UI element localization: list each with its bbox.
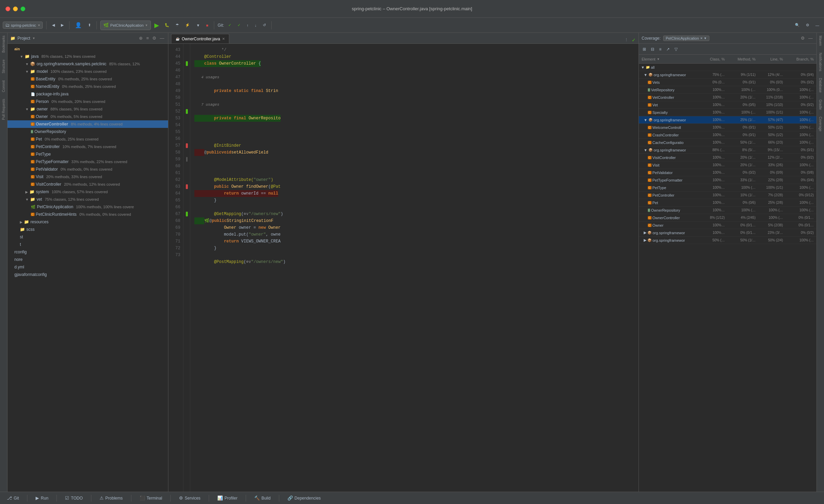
code-editor[interactable]: */ @Controller class OwnerController { 4… <box>190 44 639 492</box>
status-git[interactable]: ⎇ Git <box>4 494 22 502</box>
tree-item-visit[interactable]: C Visit 20% methods, 33% lines covered <box>8 173 168 181</box>
cov-row-crash-ctrl[interactable]: C CrashController 100%… 0% (0/1) 50% (1/… <box>639 131 816 139</box>
cov-row-cache-config[interactable]: C CacheConfiguratio 100%… 50% (1/… 66% (… <box>639 139 816 146</box>
cov-row-pet-ctrl[interactable]: C PetController 100%… 10% (1/… 7% (2/28)… <box>639 191 816 199</box>
tree-item-model[interactable]: ▼ 📁 model 100% classes, 23% lines covere… <box>8 68 168 75</box>
cov-row-org3[interactable]: ▼ 📦 org.springframewor 88% (… 8% (5/… 9%… <box>639 146 816 154</box>
status-build[interactable]: 🔨 Build <box>252 494 273 502</box>
status-profiler[interactable]: 📊 Profiler <box>215 494 240 502</box>
tree-item-package-info[interactable]: 📄 package-info.java <box>8 90 168 98</box>
tree-item-resources[interactable]: ▶ 📁 resources <box>8 218 168 226</box>
run-button[interactable]: ▶ <box>153 21 160 30</box>
cov-row-all[interactable]: ▼ 📁 all <box>639 64 816 71</box>
coverage-side-label[interactable]: Coverage <box>819 117 822 131</box>
cov-row-owner-ctrl[interactable]: C OwnerController 8% (1/12) 4% (2/45) 10… <box>639 214 816 222</box>
back-button[interactable]: ◀ <box>50 22 57 29</box>
editor-more-btn[interactable]: ⋮ <box>622 36 630 43</box>
editor-tab-owner-controller[interactable]: ☕ OwnerController.java ✕ <box>171 34 229 43</box>
panel-locate-btn[interactable]: ⊕ <box>138 35 144 41</box>
cov-row-pet[interactable]: C Pet 100%… 0% (0/6) 25% (2/8) 100% (… <box>639 199 816 207</box>
cov-row-pet-type-fmt[interactable]: C PetTypeFormatter 100%… 33% (1/… 22% (2… <box>639 176 816 184</box>
close-button[interactable] <box>5 6 10 11</box>
pull-requests-label[interactable]: Pull Requests <box>2 99 5 120</box>
tree-item-gjavaformat[interactable]: gjavaformatconfig <box>8 271 168 278</box>
cov-row-owner-repo[interactable]: I OwnerRepository 100%… 100% (… 100% (… … <box>639 207 816 214</box>
cov-row-visit-ctrl[interactable]: C VisitController 100%… 20% (1/… 12% (2/… <box>639 154 816 161</box>
cov-collapse-all-btn[interactable]: ⊟ <box>649 46 656 53</box>
coverage-expand-btn[interactable]: ⚙ <box>800 35 806 41</box>
git-push[interactable]: ↑ <box>245 22 251 29</box>
tree-item-pet-controller[interactable]: C PetController 10% methods, 7% lines co… <box>8 143 168 150</box>
stop-button[interactable]: ■ <box>204 22 210 29</box>
tree-item-nore[interactable]: nore <box>8 256 168 263</box>
tree-item-owner-repository[interactable]: I OwnerRepository <box>8 128 168 135</box>
coverage-config-selector[interactable]: PetClinicApplication ✕ ▼ <box>663 36 709 41</box>
tree-item-main[interactable]: ain <box>8 45 168 53</box>
nav-button[interactable]: ⬆ <box>86 22 93 29</box>
cov-export-btn[interactable]: ↗ <box>665 46 671 53</box>
tree-item-named-entity[interactable]: C NamedEntity 0% methods, 25% lines cove… <box>8 83 168 90</box>
structure-label[interactable]: Structure <box>2 59 5 74</box>
cov-expand-all-btn[interactable]: ⊞ <box>641 46 648 53</box>
cov-row-welcome-ctrl[interactable]: C WelcomeControll 100%… 0% (0/1) 50% (1/… <box>639 124 816 131</box>
tree-item-pet-type[interactable]: C PetType <box>8 150 168 158</box>
tree-item-pet[interactable]: C Pet 0% methods, 25% lines covered <box>8 135 168 143</box>
tree-item-rconfig[interactable]: rconfig <box>8 248 168 256</box>
tree-item-java[interactable]: ▼ 📁 java 85% classes, 12% lines covered <box>8 53 168 60</box>
tree-item-st[interactable]: st <box>8 233 168 241</box>
more-run-button[interactable]: ▼ <box>194 22 202 29</box>
cov-row-vet-ctrl[interactable]: C VetController 100%… 20% (1/… 11% (2/18… <box>639 94 816 101</box>
debug-button[interactable]: 🐛 <box>163 22 171 29</box>
bookmarks-label[interactable]: Bookmarks <box>2 36 5 53</box>
tree-item-scss[interactable]: 📁 scss <box>8 226 168 233</box>
database-label[interactable]: Database <box>819 78 822 93</box>
cov-row-org5[interactable]: ▶ 📦 org.springframewor 50% (… 50% (1/… 5… <box>639 237 816 244</box>
cov-row-pet-type[interactable]: C PetType 100%… 100% (… 100% (1/1) 100% … <box>639 184 816 191</box>
git-pull[interactable]: ↓ <box>253 22 259 29</box>
project-selector[interactable]: 🗂 spring-petclinic ▼ <box>3 22 43 29</box>
status-terminal[interactable]: ⬛ Terminal <box>137 494 165 502</box>
tree-item-org[interactable]: ▼ 📦 org.springframework.samples.petclini… <box>8 60 168 68</box>
cov-row-org1[interactable]: ▼ 📦 org.springframewor 75% (… 9% (1/11) … <box>639 71 816 79</box>
minimize-button[interactable] <box>13 6 18 11</box>
cov-filter-btn[interactable]: ▽ <box>673 46 679 53</box>
cov-row-org4[interactable]: ▶ 📦 org.springframewor 100%… 0% (0/1… 23… <box>639 229 816 237</box>
cov-flatten-btn[interactable]: ≡ <box>657 46 663 53</box>
cov-row-vets[interactable]: C Vets 0% (0… 0% (0/1) 0% (0/3) 0% (0/2) <box>639 79 816 86</box>
settings-button[interactable]: ⚙ <box>804 22 811 29</box>
col-element-header[interactable]: Element ▼ <box>639 57 697 61</box>
tree-item-t[interactable]: t <box>8 241 168 248</box>
coverage-button[interactable]: ☂ <box>173 22 181 29</box>
panel-settings-btn[interactable]: ⚙ <box>151 35 157 41</box>
tree-item-base-entity[interactable]: C BaseEntity 0% methods, 25% lines cover… <box>8 75 168 83</box>
tree-item-vet[interactable]: ▼ 📁 vet 75% classes, 12% lines covered <box>8 196 168 203</box>
gradle-label[interactable]: Gradle <box>819 100 822 110</box>
cov-row-vet[interactable]: C Vet 100%… 0% (0/5) 10% (1/10) 0% (0/2) <box>639 101 816 109</box>
cov-row-owner[interactable]: C Owner 100%… 0% (0/1… 5% (2/38) 0% (0/1… <box>639 222 816 229</box>
panel-close-btn[interactable]: — <box>159 35 165 41</box>
cov-row-pet-validator[interactable]: C PetValidator 100%… 0% (0/2) 0% (0/9) 0… <box>639 169 816 176</box>
tree-item-dyml[interactable]: d.yml <box>8 263 168 271</box>
tab-close-btn[interactable]: ✕ <box>222 37 225 41</box>
cov-row-specialty[interactable]: C Specialty 100%… 100% (… 100% (1/1) 100… <box>639 109 816 116</box>
git-check2[interactable]: ✓ <box>235 22 243 29</box>
user-button[interactable]: 👤 <box>73 21 84 30</box>
tree-item-system[interactable]: ▶ 📁 system 100% classes, 57% lines cover… <box>8 188 168 196</box>
forward-button[interactable]: ▶ <box>59 22 66 29</box>
tree-item-petclinic-hints[interactable]: C PetClinicRuntimeHints 0% methods, 0% l… <box>8 211 168 218</box>
tree-item-owner[interactable]: C Owner 0% methods, 5% lines covered <box>8 113 168 120</box>
tree-item-owner-folder[interactable]: ▼ 📁 owner 88% classes, 9% lines covered <box>8 105 168 113</box>
tree-item-person[interactable]: C Person 0% methods, 20% lines covered <box>8 98 168 105</box>
search-button[interactable]: 🔍 <box>793 22 802 29</box>
status-run[interactable]: ▶ Run <box>33 494 51 502</box>
cov-row-visit[interactable]: C Visit 100%… 20% (1/… 33% (2/6) 100% (… <box>639 161 816 169</box>
tree-item-petclinic-app[interactable]: 🌿 PetClinicApplication 100% methods, 100… <box>8 203 168 211</box>
tree-item-visit-controller[interactable]: C VisitController 20% methods, 12% lines… <box>8 181 168 188</box>
tree-item-pet-type-formatter[interactable]: C PetTypeFormatter 33% methods, 22% line… <box>8 158 168 165</box>
panel-collapse-btn[interactable]: ≡ <box>145 35 150 41</box>
status-services[interactable]: ⚙ Services <box>176 494 203 502</box>
maximize-button[interactable] <box>21 6 25 11</box>
notifications-label[interactable]: Notifications <box>819 53 822 71</box>
status-dependencies[interactable]: 🔗 Dependencies <box>285 494 324 502</box>
run-config-selector[interactable]: 🌿 PetClinicApplication ▼ <box>100 21 151 30</box>
